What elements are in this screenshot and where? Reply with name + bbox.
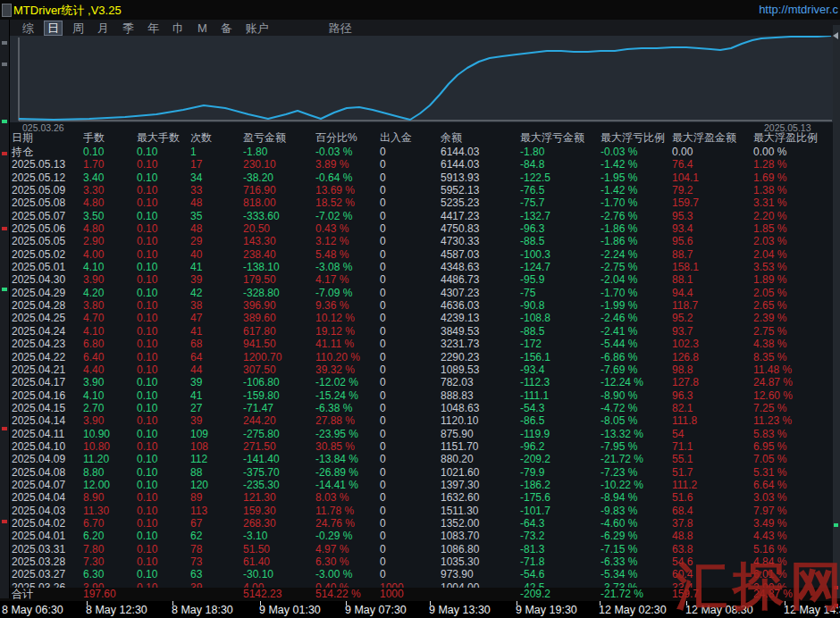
table-row[interactable]: 2025.05.024.000.1040238.405.48 %04587.03… [0, 248, 833, 261]
table-row[interactable]: 2025.04.1110.900.10109-275.80-23.95 %087… [0, 428, 833, 440]
table-row[interactable]: 2025.04.048.900.1089121.308.03 %01632.60… [0, 491, 833, 504]
cell-7: 1048.63 [441, 402, 520, 414]
table-row[interactable]: 2025.05.131.700.1017230.103.89 %06144.03… [0, 158, 833, 171]
table-row[interactable]: 2025.04.294.200.1042-328.80-7.09 %04307.… [0, 287, 833, 299]
scrollbar[interactable] [833, 25, 840, 598]
time-axis-label-8: 12 May 08:30 [685, 604, 753, 616]
table-row[interactable]: 2025.04.236.800.1068941.5041.11 %03231.7… [0, 338, 833, 350]
table-row[interactable]: 2025.04.0911.200.10112-141.40-13.84 %088… [0, 453, 833, 465]
table-row[interactable]: 2025.05.014.100.1041-138.10-3.08 %04348.… [0, 261, 833, 273]
left-strip-mark-icon [2, 152, 7, 155]
table-row[interactable]: 2025.05.073.500.1035-333.60-7.02 %04417.… [0, 210, 833, 222]
cell-0: 2025.04.03 [12, 505, 83, 517]
menu-item-6[interactable]: 巾 [170, 21, 187, 35]
cell-0: 2025.04.09 [12, 453, 83, 465]
cell-9: -6.86 % [601, 351, 672, 363]
cell-10: 54 [672, 428, 753, 440]
cell-5: -26.89 % [315, 466, 380, 479]
table-row[interactable]: 2025.04.143.900.1039244.2027.88 %01120.1… [0, 414, 833, 427]
cell-4: -333.60 [243, 210, 315, 222]
table-row[interactable]: 2025.05.123.400.1034-38.20-0.64 %05913.9… [0, 171, 833, 184]
table-row[interactable]: 2025.04.088.800.1088-375.70-26.89 %01021… [0, 466, 833, 479]
cell-1: 4.00 [83, 248, 137, 261]
menu-item-3[interactable]: 月 [95, 21, 112, 35]
table-row[interactable]: 2025.04.303.900.1039179.504.17 %04486.73… [0, 273, 833, 286]
cell-0: 2025.05.09 [12, 184, 83, 196]
table-row[interactable]: 持仓0.100.101-1.80-0.03 %06144.03-1.80-0.0… [0, 146, 833, 158]
cell-3: 40 [190, 248, 243, 261]
cell-9: -7.95 % [601, 440, 672, 453]
table-row[interactable]: 2025.04.0712.000.10120-235.30-14.41 %013… [0, 479, 833, 491]
cell-4: 617.80 [243, 325, 315, 338]
cell-4: 121.30 [243, 491, 315, 504]
scrollbar-arrow-icon[interactable] [833, 32, 838, 39]
website-link[interactable]: http://mtdriver.c [759, 3, 838, 16]
menu-item-2[interactable]: 周 [70, 21, 87, 35]
cell-3: 64 [190, 351, 243, 363]
table-row[interactable]: 2025.03.317.800.107851.504.97 %01086.80-… [0, 543, 833, 555]
cell-7: 888.83 [441, 389, 520, 402]
table-row[interactable]: 2025.05.093.300.1033716.9013.69 %05952.1… [0, 184, 833, 196]
table-row[interactable]: 2025.04.016.200.1062-3.10-0.29 %01083.70… [0, 530, 833, 542]
cell-7: 875.90 [441, 428, 520, 440]
cell-11: 1.38 % [753, 184, 833, 196]
cell-1: 6.80 [83, 338, 137, 350]
cell-9: -7.15 % [601, 543, 672, 555]
table-row[interactable]: 2025.04.214.400.1044307.5039.32 %01089.5… [0, 363, 833, 376]
cell-1: 4.10 [83, 389, 137, 402]
table-row[interactable]: 2025.04.244.100.1041617.8019.12 %03849.5… [0, 325, 833, 338]
table-row[interactable]: 2025.05.084.800.1048818.0018.52 %05235.2… [0, 196, 833, 209]
cell-6: 0 [380, 287, 441, 299]
cell-2: 0.10 [137, 440, 190, 453]
table-row[interactable]: 2025.03.276.300.1063-30.10-3.00 %0973.90… [0, 568, 833, 580]
cell-9: -5.34 % [601, 568, 672, 580]
cell-8: -75.7 [520, 196, 601, 209]
cell-7: 1511.30 [441, 505, 520, 517]
cell-1: 1.70 [83, 158, 137, 171]
menu-item-1[interactable]: 日 [45, 21, 62, 35]
table-row[interactable]: 2025.04.0311.300.10113159.3011.78 %01511… [0, 505, 833, 517]
table-row[interactable]: 2025.05.064.800.104820.500.43 %04750.83-… [0, 222, 833, 235]
menu-item-10[interactable]: 路径 [326, 21, 355, 35]
menu-item-8[interactable]: 备 [218, 21, 235, 35]
table-row[interactable]: 2025.04.173.900.1039-106.80-12.02 %0782.… [0, 376, 833, 388]
table-row[interactable]: 2025.04.1010.800.10108271.5030.85 %01151… [0, 440, 833, 453]
total-row[interactable]: 合计197.605142.23514.22 %1000-209.2-21.72 … [0, 588, 840, 601]
cell-3: 112 [190, 453, 243, 465]
cell-0: 2025.04.16 [12, 389, 83, 402]
cell-4: 238.40 [243, 248, 315, 261]
cell-5: 514.22 % [315, 588, 380, 601]
table-row[interactable]: 2025.04.283.800.1038396.909.36 %04636.03… [0, 299, 833, 312]
menu-item-7[interactable]: M [195, 21, 210, 35]
cell-11: 6.01 % [753, 568, 833, 580]
cell-2: 0.10 [137, 235, 190, 247]
cell-8: -96.3 [520, 222, 601, 235]
cell-5: 27.88 % [315, 414, 380, 427]
table-row[interactable]: 2025.04.164.100.1041-159.80-15.24 %0888.… [0, 389, 833, 402]
cell-8: -209.2 [520, 453, 601, 465]
cell-4: -138.10 [243, 261, 315, 273]
cell-2: 0.10 [137, 543, 190, 555]
table-row[interactable]: 2025.03.287.300.107361.406.30 %01035.30-… [0, 555, 833, 568]
scrollbar-mark-icon [834, 586, 838, 589]
menu-item-9[interactable]: 账户 [243, 21, 272, 35]
cell-9: -1.70 % [601, 196, 672, 209]
cell-7: 4348.63 [441, 261, 520, 273]
cell-3: 29 [190, 235, 243, 247]
cell-6: 0 [380, 568, 441, 580]
table-row[interactable]: 2025.04.026.700.1067268.3024.76 %01352.0… [0, 517, 833, 530]
cell-9: -0.03 % [601, 146, 672, 158]
cell-4: -141.40 [243, 453, 315, 465]
cell-2: 0.10 [137, 351, 190, 363]
cell-6: 0 [380, 491, 441, 504]
menu-item-0[interactable]: 综 [20, 21, 37, 35]
cell-2: 0.10 [137, 491, 190, 504]
table-row[interactable]: 2025.04.226.400.10641200.70110.20 %02290… [0, 351, 833, 363]
cell-2: 0.10 [137, 376, 190, 388]
table-row[interactable]: 2025.04.152.700.1027-71.47-6.38 %01048.6… [0, 402, 833, 414]
menu-item-5[interactable]: 年 [145, 21, 162, 35]
table-row[interactable]: 2025.04.254.700.1047389.6010.12 %04239.1… [0, 312, 833, 324]
menu-item-4[interactable]: 季 [120, 21, 137, 35]
left-strip-mark-icon [2, 427, 7, 430]
table-row[interactable]: 2025.05.052.900.1029143.303.12 %04730.33… [0, 235, 833, 247]
